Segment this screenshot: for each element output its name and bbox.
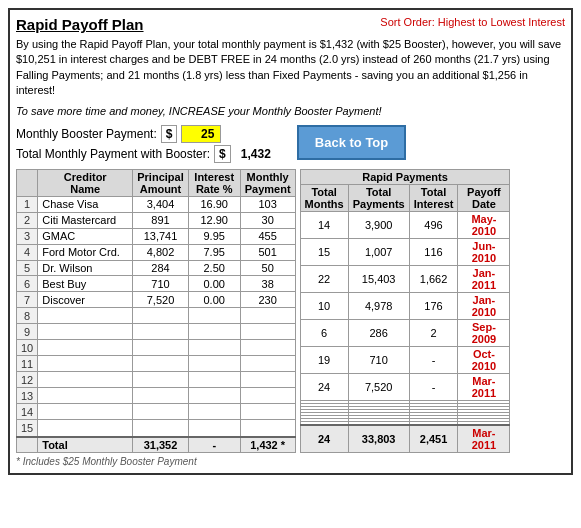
row-number: 7: [17, 292, 38, 308]
back-to-top-button[interactable]: Back to Top: [297, 125, 406, 160]
table-row: 19 710 - Oct-2010: [300, 346, 510, 373]
total-payoff-date: Mar-2011: [458, 425, 510, 453]
monthly-payment: [240, 356, 295, 372]
creditor-name: [38, 372, 133, 388]
table-row: 7 Discover 7,520 0.00 230: [17, 292, 296, 308]
dollar-sign-2: $: [214, 145, 231, 163]
payoff-date: Jan-2010: [458, 292, 510, 319]
total-payments-header: Total Payments: [348, 184, 409, 211]
creditor-name: [38, 324, 133, 340]
right-table: Rapid Payments Total Months Total Paymen…: [300, 169, 511, 453]
row-number: 2: [17, 212, 38, 228]
right-total-row: 24 33,803 2,451 Mar-2011: [300, 425, 510, 453]
total-principal: 31,352: [133, 437, 188, 453]
footnote: * Includes $25 Monthly Booster Payment: [16, 456, 565, 467]
table-row: 15: [17, 420, 296, 437]
monthly-payment: [240, 388, 295, 404]
italic-message: To save more time and money, INCREASE yo…: [16, 105, 565, 117]
payoff-date: May-2010: [458, 211, 510, 238]
total-interest-left: -: [188, 437, 240, 453]
interest-rate: [188, 340, 240, 356]
monthly-payment: 30: [240, 212, 295, 228]
monthly-payment: [240, 324, 295, 340]
total-months: 15: [300, 238, 348, 265]
table-row: 10: [17, 340, 296, 356]
table-row: 12: [17, 372, 296, 388]
principal-amount: 3,404: [133, 196, 188, 212]
monthly-payment: 455: [240, 228, 295, 244]
back-btn-area: Back to Top: [297, 125, 406, 160]
left-header-row-1: Creditor Name Principal Amount Interest …: [17, 169, 296, 196]
total-interest: 176: [409, 292, 458, 319]
total-interest: 496: [409, 211, 458, 238]
row-number: 11: [17, 356, 38, 372]
monthly-payment: [240, 308, 295, 324]
total-text: Total: [38, 437, 133, 453]
interest-rate: [188, 404, 240, 420]
total-months: 22: [300, 265, 348, 292]
monthly-payment: 38: [240, 276, 295, 292]
total-payments: 4,978: [348, 292, 409, 319]
right-table-body: 14 3,900 496 May-2010 15 1,007 116 Jun-2…: [300, 211, 510, 425]
interest-rate: 7.95: [188, 244, 240, 260]
total-months-header: Total Months: [300, 184, 348, 211]
interest-rate: 16.90: [188, 196, 240, 212]
interest-rate-header: Interest Rate %: [188, 169, 240, 196]
booster-payment-row: Monthly Booster Payment: $ 25: [16, 125, 277, 143]
row-number: 3: [17, 228, 38, 244]
rapid-payments-header: Rapid Payments: [300, 169, 510, 184]
table-row: 1 Chase Visa 3,404 16.90 103: [17, 196, 296, 212]
principal-amount: [133, 372, 188, 388]
principal-amount: 13,741: [133, 228, 188, 244]
table-row: 10 4,978 176 Jan-2010: [300, 292, 510, 319]
table-row: 24 7,520 - Mar-2011: [300, 373, 510, 400]
creditor-header: Creditor Name: [38, 169, 133, 196]
creditor-name: [38, 420, 133, 437]
creditor-name: Citi Mastercard: [38, 212, 133, 228]
payoff-date-header: Payoff Date: [458, 184, 510, 211]
principal-amount: 4,802: [133, 244, 188, 260]
principal-amount: 891: [133, 212, 188, 228]
total-interest: 116: [409, 238, 458, 265]
table-row: 22 15,403 1,662 Jan-2011: [300, 265, 510, 292]
monthly-payment: [240, 404, 295, 420]
total-interest-header: Total Interest: [409, 184, 458, 211]
total-interest: 2: [409, 319, 458, 346]
creditor-name: Best Buy: [38, 276, 133, 292]
row-number: 8: [17, 308, 38, 324]
total-months: 6: [300, 319, 348, 346]
total-payments: 3,900: [348, 211, 409, 238]
monthly-payment: [240, 372, 295, 388]
total-label-cell: [17, 437, 38, 453]
total-payments: 1,007: [348, 238, 409, 265]
creditor-name: [38, 356, 133, 372]
row-number: 10: [17, 340, 38, 356]
total-months-val: 24: [300, 425, 348, 453]
total-monthly: 1,432 *: [240, 437, 295, 453]
payoff-date: Jun-2010: [458, 238, 510, 265]
interest-rate: [188, 420, 240, 437]
row-number: 6: [17, 276, 38, 292]
principal-header: Principal Amount: [133, 169, 188, 196]
payoff-date: Sep-2009: [458, 319, 510, 346]
total-months: 10: [300, 292, 348, 319]
total-payments-val: 33,803: [348, 425, 409, 453]
table-row: 4 Ford Motor Crd. 4,802 7.95 501: [17, 244, 296, 260]
interest-rate: [188, 388, 240, 404]
total-interest: 1,662: [409, 265, 458, 292]
monthly-payment: 50: [240, 260, 295, 276]
table-row: 3 GMAC 13,741 9.95 455: [17, 228, 296, 244]
monthly-payment: 230: [240, 292, 295, 308]
payoff-date: Jan-2011: [458, 265, 510, 292]
row-number: 5: [17, 260, 38, 276]
creditor-name: Chase Visa: [38, 196, 133, 212]
interest-rate: [188, 372, 240, 388]
interest-rate: [188, 308, 240, 324]
interest-rate: [188, 324, 240, 340]
table-row: 11: [17, 356, 296, 372]
table-row: 14 3,900 496 May-2010: [300, 211, 510, 238]
monthly-payment: 501: [240, 244, 295, 260]
table-row: 15 1,007 116 Jun-2010: [300, 238, 510, 265]
rapid-payments-header-row: Rapid Payments: [300, 169, 510, 184]
tables-area: Creditor Name Principal Amount Interest …: [16, 169, 565, 453]
